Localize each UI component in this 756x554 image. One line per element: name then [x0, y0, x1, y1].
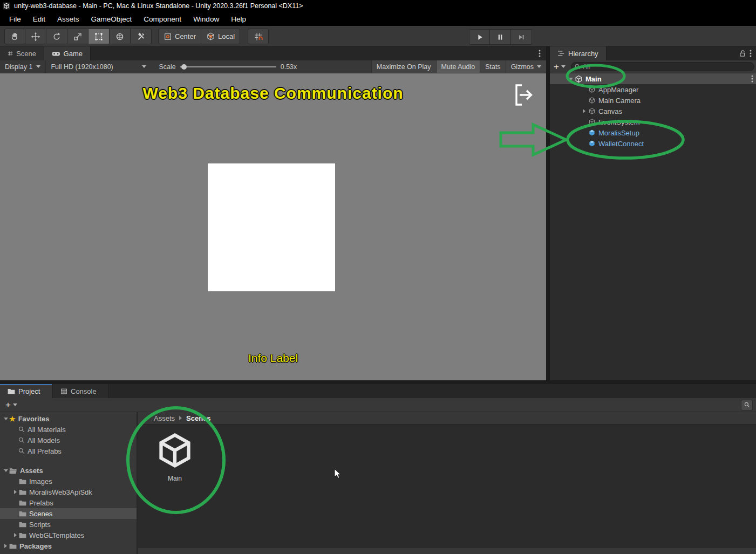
- tree-item-label: Images: [29, 477, 52, 485]
- collapse-triangle-icon[interactable]: [4, 418, 8, 420]
- view-tabbar: Scene Game: [0, 46, 546, 60]
- tree-item-all-models[interactable]: All Models: [0, 435, 137, 446]
- tree-item-prefabs[interactable]: Prefabs: [0, 497, 137, 508]
- menu-help[interactable]: Help: [225, 15, 252, 23]
- maximize-on-play-label: Maximize On Play: [377, 63, 431, 71]
- info-label-text: Info Label: [0, 352, 546, 365]
- tree-item-favorites[interactable]: ★ Favorites: [0, 413, 137, 424]
- hierarchy-search-input[interactable]: All: [571, 62, 754, 71]
- mute-audio-button[interactable]: Mute Audio: [436, 60, 480, 73]
- maximize-on-play-button[interactable]: Maximize On Play: [371, 60, 436, 73]
- tab-game[interactable]: Game: [44, 46, 91, 60]
- tab-hierarchy[interactable]: Hierarchy: [550, 46, 607, 60]
- tab-scene-label: Scene: [16, 50, 36, 58]
- custom-tools-button[interactable]: [131, 29, 152, 44]
- breadcrumb: Assets Scenes: [138, 412, 756, 425]
- scene-menu-icon[interactable]: [751, 75, 753, 84]
- hierarchy-tree: Main AppManager Main Camera Canvas: [550, 73, 756, 380]
- move-icon: [31, 32, 40, 42]
- hierarchy-lock-icon[interactable]: [739, 46, 746, 60]
- step-button[interactable]: [511, 29, 532, 45]
- project-search-button[interactable]: [741, 400, 753, 411]
- hierarchy-item-label: AppManager: [598, 86, 638, 94]
- tree-item-moralisweb3apisdk[interactable]: MoralisWeb3ApiSdk: [0, 487, 137, 497]
- scale-slider-knob[interactable]: [181, 64, 187, 70]
- move-tool-button[interactable]: [25, 29, 46, 44]
- tree-item-label: Prefabs: [29, 499, 53, 507]
- scale-tool-button[interactable]: [67, 29, 88, 44]
- hierarchy-item-appmanager[interactable]: AppManager: [550, 84, 756, 95]
- prefab-cube-icon: [588, 140, 596, 148]
- menu-gameobject[interactable]: GameObject: [85, 15, 138, 23]
- tab-console[interactable]: Console: [53, 384, 108, 398]
- breadcrumb-assets[interactable]: Assets: [154, 414, 175, 422]
- hierarchy-item-moralissetup[interactable]: MoralisSetup: [550, 127, 756, 138]
- hierarchy-menu-icon[interactable]: [746, 46, 755, 60]
- hierarchy-item-main-camera[interactable]: Main Camera: [550, 95, 756, 106]
- collapse-triangle-icon[interactable]: [569, 78, 573, 80]
- hierarchy-item-main[interactable]: Main: [550, 73, 756, 84]
- project-folder-tree: ★ Favorites All Materials All Models All…: [0, 412, 137, 554]
- tab-scene[interactable]: Scene: [0, 46, 44, 60]
- hierarchy-item-walletconnect[interactable]: WalletConnect: [550, 138, 756, 149]
- menu-file[interactable]: File: [3, 15, 27, 23]
- expand-triangle-icon[interactable]: [4, 544, 7, 548]
- project-console-panel: Project Console + ★ Favorites: [0, 380, 756, 554]
- scale-slider[interactable]: [180, 66, 276, 67]
- tree-item-webgltemplates[interactable]: WebGLTemplates: [0, 530, 137, 541]
- project-add-button[interactable]: +: [3, 400, 19, 409]
- transform-tool-button[interactable]: [110, 29, 131, 44]
- tree-item-images[interactable]: Images: [0, 476, 137, 487]
- tab-project[interactable]: Project: [0, 384, 52, 398]
- folder-icon: [19, 489, 26, 495]
- tree-item-assets[interactable]: Assets: [0, 465, 137, 476]
- expand-triangle-icon[interactable]: [14, 533, 17, 537]
- hierarchy-panel: Hierarchy + All Main: [550, 46, 756, 380]
- pivot-center-button[interactable]: Center: [158, 29, 201, 44]
- panel-splitter[interactable]: [546, 46, 550, 380]
- asset-grid: Main: [138, 425, 756, 548]
- window-title: unity-web3-database - Main - PC, Mac & L…: [14, 2, 303, 10]
- rect-tool-button[interactable]: [88, 29, 110, 44]
- menu-window[interactable]: Window: [187, 15, 225, 23]
- hierarchy-item-eventsystem[interactable]: EventSystem: [550, 117, 756, 127]
- tree-item-all-prefabs[interactable]: All Prefabs: [0, 446, 137, 456]
- gizmos-label: Gizmos: [511, 63, 534, 71]
- hand-tool-button[interactable]: [4, 29, 25, 44]
- tree-item-scenes[interactable]: Scenes: [0, 508, 137, 519]
- gizmos-dropdown[interactable]: Gizmos: [506, 60, 546, 73]
- menu-edit[interactable]: Edit: [27, 15, 51, 23]
- menu-component[interactable]: Component: [138, 15, 187, 23]
- step-icon: [517, 33, 526, 42]
- hand-icon: [10, 32, 20, 42]
- menu-assets[interactable]: Assets: [51, 15, 85, 23]
- tree-item-scripts[interactable]: Scripts: [0, 519, 137, 530]
- tab-console-label: Console: [71, 387, 97, 395]
- hierarchy-add-button[interactable]: +: [551, 62, 568, 71]
- game-options-group: Maximize On Play Mute Audio Stats Gizmos: [371, 60, 546, 73]
- active-tab-indicator: [0, 384, 52, 385]
- pause-button[interactable]: [490, 29, 511, 45]
- logout-icon[interactable]: [514, 83, 534, 107]
- chevron-down-icon: [142, 65, 146, 68]
- display-dropdown[interactable]: Display 1: [0, 60, 45, 73]
- expand-triangle-icon[interactable]: [14, 490, 17, 494]
- hierarchy-item-canvas[interactable]: Canvas: [550, 106, 756, 117]
- collapse-triangle-icon[interactable]: [4, 469, 8, 472]
- game-title-text: Web3 Database Communication: [0, 84, 546, 102]
- tree-item-all-materials[interactable]: All Materials: [0, 424, 137, 435]
- chevron-down-icon: [561, 65, 566, 68]
- grid-snap-button[interactable]: [248, 29, 269, 44]
- game-controlbar: Display 1 Full HD (1920x1080) Scale 0.53…: [0, 60, 546, 73]
- game-panel-menu-icon[interactable]: [535, 46, 544, 60]
- pivot-local-button[interactable]: Local: [201, 29, 240, 44]
- resolution-dropdown[interactable]: Full HD (1920x1080): [45, 60, 151, 73]
- tree-item-packages[interactable]: Packages: [0, 541, 137, 551]
- play-button[interactable]: [469, 29, 490, 45]
- asset-main-scene[interactable]: Main: [149, 429, 201, 482]
- expand-triangle-icon[interactable]: [583, 109, 585, 113]
- rotate-tool-button[interactable]: [46, 29, 67, 44]
- stats-button[interactable]: Stats: [480, 60, 506, 73]
- hierarchy-item-label: Canvas: [598, 107, 622, 115]
- breadcrumb-scenes[interactable]: Scenes: [186, 414, 211, 422]
